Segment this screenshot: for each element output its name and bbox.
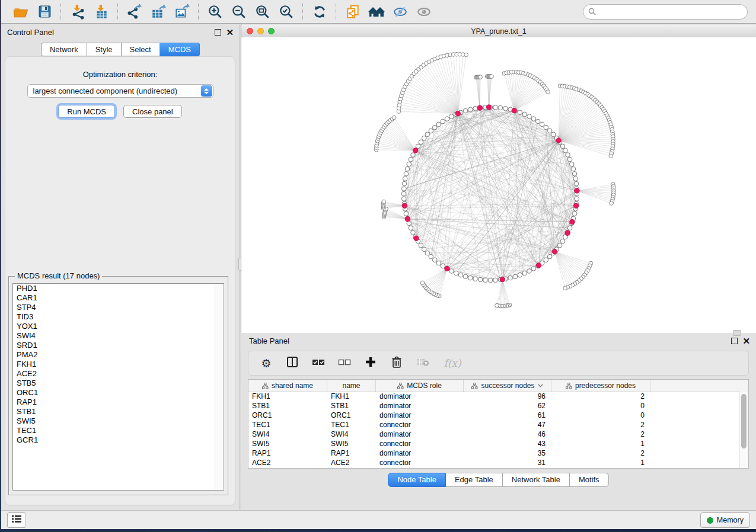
add-column-button[interactable] [363,356,378,370]
import-table-button[interactable] [91,2,111,21]
cell-predecessor-nodes[interactable]: 0 [551,411,650,419]
cell-MCDS-role[interactable]: dominator [376,430,464,438]
open-file-button[interactable] [11,2,31,21]
float-panel-icon[interactable] [731,338,738,344]
import-network-button[interactable] [68,2,88,21]
function-builder-button[interactable]: f(x) [442,356,463,370]
mcds-result-item[interactable]: GCR1 [13,435,224,445]
table-row[interactable]: YOX1YOX1connector291 [248,467,740,468]
export-table-button[interactable] [148,2,168,21]
table-row[interactable]: RAP1RAP1dominator352 [248,448,740,458]
close-panel-icon[interactable]: ✕ [226,30,234,35]
export-network-button[interactable] [125,2,145,21]
cell-successor-nodes[interactable]: 61 [464,411,551,419]
mcds-result-item[interactable]: PHD1 [13,284,224,293]
cell-successor-nodes[interactable]: 35 [464,449,551,457]
show-columns-button[interactable] [285,356,299,370]
float-panel-icon[interactable] [215,29,221,36]
tab-node-table[interactable]: Node Table [388,473,446,487]
show-graphics-details-button[interactable] [414,2,434,21]
cell-predecessor-nodes[interactable]: 1 [551,459,650,467]
cell-MCDS-role[interactable]: connector [376,421,464,429]
cell-name[interactable]: ORC1 [327,411,376,419]
table-row[interactable]: SWI4SWI4dominator462 [248,430,740,439]
mcds-result-item[interactable]: ACE2 [13,369,224,379]
cell-successor-nodes[interactable]: 96 [464,392,551,400]
refresh-button[interactable] [310,2,330,21]
mcds-result-list[interactable]: PHD1CAR1STP4TID3YOX1SWI4SRD1PMA2FKH1ACE2… [12,283,224,491]
column-header-shared-name[interactable]: shared name [248,380,327,392]
cell-successor-nodes[interactable]: 46 [464,430,551,438]
mcds-result-item[interactable]: SRD1 [13,341,224,350]
column-header-MCDS-role[interactable]: MCDS role [376,380,464,392]
cell-successor-nodes[interactable]: 47 [464,421,551,429]
cell-MCDS-role[interactable]: dominator [376,392,464,400]
column-header-predecessor-nodes[interactable]: predecessor nodes [551,380,650,392]
table-row[interactable]: STB1STB1dominator620 [248,401,740,411]
cell-shared-name[interactable]: ACE2 [248,459,327,467]
optimization-criterion-select[interactable]: largest connected component (undirected) [27,84,213,98]
mcds-result-item[interactable]: FKH1 [13,360,224,369]
memory-button[interactable]: Memory [700,512,750,528]
table-row[interactable]: SWI5SWI5connector431 [248,439,740,448]
tab-network-table[interactable]: Network Table [503,473,570,487]
search-input[interactable] [583,4,748,20]
deselect-all-rows-button[interactable] [337,356,352,370]
column-header-name[interactable]: name [327,380,376,392]
mcds-result-item[interactable]: STB1 [13,407,224,416]
cell-MCDS-role[interactable]: dominator [376,402,464,410]
tab-network[interactable]: Network [41,43,87,56]
cell-name[interactable]: SWI5 [327,440,376,448]
network-canvas[interactable] [241,37,756,333]
cell-name[interactable]: RAP1 [327,449,376,457]
close-panel-icon[interactable]: ✕ [742,338,750,344]
mcds-list-scrollbar[interactable] [215,284,223,489]
run-mcds-button[interactable]: Run MCDS [58,105,115,118]
cell-MCDS-role[interactable]: dominator [376,449,464,457]
save-session-button[interactable] [34,2,55,21]
mcds-result-item[interactable]: RAP1 [13,398,224,407]
table-scrollbar-thumb[interactable] [741,394,747,448]
delete-table-button[interactable] [416,356,430,370]
cell-shared-name[interactable]: TEC1 [248,421,327,429]
export-image-button[interactable] [172,2,192,21]
close-panel-button[interactable]: Close panel [123,105,182,118]
table-settings-button[interactable]: ⚙ [259,356,273,370]
cell-predecessor-nodes[interactable]: 0 [551,402,650,410]
mcds-result-item[interactable]: TEC1 [13,426,224,435]
cell-predecessor-nodes[interactable]: 2 [551,430,650,438]
cell-successor-nodes[interactable]: 43 [464,440,551,448]
cell-shared-name[interactable]: FKH1 [248,392,327,400]
tab-edge-table[interactable]: Edge Table [446,473,503,487]
duplicate-network-button[interactable] [343,2,363,21]
tab-select[interactable]: Select [122,43,160,56]
mcds-result-item[interactable]: STB5 [13,379,224,388]
cell-predecessor-nodes[interactable]: 2 [551,421,650,429]
table-row[interactable]: FKH1FKH1dominator962 [248,392,740,401]
zoom-in-button[interactable] [205,2,225,21]
cell-name[interactable]: TEC1 [327,421,376,429]
mcds-result-item[interactable]: CAR1 [13,293,224,303]
cell-MCDS-role[interactable]: connector [376,440,464,448]
cell-shared-name[interactable]: ORC1 [248,411,327,419]
tab-motifs[interactable]: Motifs [570,473,609,487]
column-header-successor-nodes[interactable]: successor nodes [464,380,551,392]
cell-successor-nodes[interactable]: 31 [464,459,551,467]
cell-shared-name[interactable]: SWI4 [248,430,327,438]
cell-name[interactable]: FKH1 [327,392,376,400]
cell-shared-name[interactable]: RAP1 [248,449,327,457]
table-row[interactable]: ACE2ACE2connector311 [248,458,740,467]
cell-predecessor-nodes[interactable]: 1 [551,440,650,448]
mcds-result-item[interactable]: YOX1 [13,322,224,331]
cell-name[interactable]: STB1 [327,402,376,410]
cell-shared-name[interactable]: STB1 [248,402,327,410]
table-scrollbar[interactable] [739,392,748,468]
table-row[interactable]: ORC1ORC1dominator610 [248,411,740,420]
mcds-result-item[interactable]: TID3 [13,312,224,322]
network-overview-button[interactable] [366,2,387,21]
mcds-result-item[interactable]: PMA2 [13,350,224,360]
network-window-titlebar[interactable]: YPA_prune.txt_1 [241,25,756,38]
delete-columns-button[interactable] [390,356,404,370]
cell-predecessor-nodes[interactable]: 2 [551,392,650,400]
cell-MCDS-role[interactable]: dominator [376,411,464,419]
